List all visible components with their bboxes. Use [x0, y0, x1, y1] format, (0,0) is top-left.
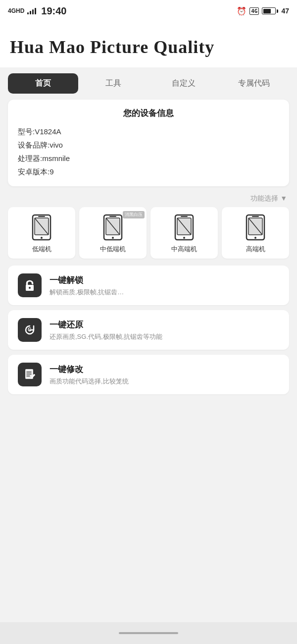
phone-icon-high	[245, 214, 266, 241]
device-card-high-label: 高端机	[246, 245, 265, 254]
action-card-restore[interactable]: C 一键还原 还原画质,SG.代码,极限帧,抗锯齿等功能	[8, 310, 289, 350]
device-type-grid: 低端机 中低端机 消黑白压	[8, 207, 289, 259]
modify-icon	[18, 363, 42, 386]
action-cards: 一键解锁 解锁画质,极限帧,抗锯齿… C 一键还原 还原画质,SG.代码,极限帧…	[8, 266, 289, 394]
modify-title: 一键修改	[50, 364, 129, 375]
device-brand: 设备品牌:vivo	[18, 138, 279, 152]
network-type-label: 4GHD	[8, 7, 24, 14]
status-right: ⏰ 4G 47	[237, 6, 289, 16]
restore-title: 一键还原	[50, 319, 162, 330]
unlock-icon	[18, 273, 42, 297]
status-time: 19:40	[41, 5, 66, 17]
tab-exclusive[interactable]: 专属代码	[219, 73, 289, 94]
device-card-mid-low-label: 中低端机	[100, 245, 126, 254]
signal-bar-1	[27, 12, 29, 14]
modify-desc: 画质功能代码选择,比较笼统	[50, 377, 129, 386]
app-title-section: Hua Mao Picture Quality	[0, 22, 297, 67]
device-card-mid-high[interactable]: 中高端机	[150, 207, 218, 259]
signal-bar-4	[35, 8, 36, 14]
svg-point-17	[254, 237, 256, 239]
app-container: Hua Mao Picture Quality 首页 工具 自定义 专属代码 您…	[0, 22, 297, 644]
nav-tabs: 首页 工具 自定义 专属代码	[0, 67, 297, 100]
action-card-unlock[interactable]: 一键解锁 解锁画质,极限帧,抗锯齿…	[8, 266, 289, 305]
clock-icon: ⏰	[237, 6, 247, 16]
tab-tools[interactable]: 工具	[78, 73, 148, 94]
device-card-high[interactable]: 高端机	[222, 207, 289, 259]
device-processor: 处理器:msmnile	[18, 152, 279, 165]
function-selector-label[interactable]: 功能选择 ▼	[250, 194, 287, 203]
signal-bar-2	[30, 11, 31, 14]
phone-icon-mid-high	[173, 214, 195, 241]
unlock-desc: 解锁画质,极限帧,抗锯齿…	[50, 288, 124, 297]
battery-tip	[277, 9, 278, 13]
battery-icon	[262, 7, 278, 14]
svg-point-12	[183, 237, 185, 239]
bottom-home-indicator	[119, 632, 178, 634]
svg-line-28	[32, 376, 32, 378]
battery-fill	[263, 9, 271, 13]
status-left: 4GHD 19:40	[8, 5, 67, 17]
device-model: 型号:V1824A	[18, 125, 279, 138]
signal-bar-3	[32, 9, 34, 14]
device-card-low-label: 低端机	[32, 245, 51, 254]
tab-home[interactable]: 首页	[8, 73, 78, 94]
modify-text: 一键修改 画质功能代码选择,比较笼统	[50, 364, 129, 386]
unlock-title: 一键解锁	[50, 274, 124, 286]
unlock-text: 一键解锁 解锁画质,极限帧,抗锯齿…	[50, 274, 124, 297]
function-selector-row[interactable]: 功能选择 ▼	[0, 192, 297, 207]
restore-icon: C	[18, 318, 42, 342]
device-card-mid-high-label: 中高端机	[171, 245, 197, 254]
phone-icon-mid-low	[102, 214, 124, 241]
device-card-low[interactable]: 低端机	[8, 207, 75, 259]
bottom-bar	[0, 622, 297, 644]
phone-icon-low	[31, 214, 52, 241]
battery-level: 47	[281, 7, 289, 15]
action-card-modify[interactable]: 一键修改 画质功能代码选择,比较笼统	[8, 355, 289, 394]
device-android: 安卓版本:9	[18, 165, 279, 178]
restore-text: 一键还原 还原画质,SG.代码,极限帧,抗锯齿等功能	[50, 319, 162, 341]
network-badge: 4G	[249, 7, 259, 15]
status-bar: 4GHD 19:40 ⏰ 4G 47	[0, 0, 297, 22]
svg-text:C: C	[28, 327, 31, 332]
device-badge-mid-low: 消黑白压	[123, 211, 145, 218]
battery-body	[262, 7, 276, 14]
device-info-card: 您的设备信息 型号:V1824A 设备品牌:vivo 处理器:msmnile 安…	[8, 100, 289, 186]
restore-desc: 还原画质,SG.代码,极限帧,抗锯齿等功能	[50, 332, 162, 341]
signal-bars	[27, 7, 36, 14]
svg-point-2	[41, 237, 43, 239]
app-title: Hua Mao Picture Quality	[10, 37, 287, 57]
device-info-title: 您的设备信息	[18, 107, 279, 119]
tab-customize[interactable]: 自定义	[148, 73, 219, 94]
device-card-mid-low[interactable]: 中低端机 消黑白压	[79, 207, 147, 259]
svg-point-22	[29, 287, 31, 289]
svg-point-7	[112, 237, 114, 239]
